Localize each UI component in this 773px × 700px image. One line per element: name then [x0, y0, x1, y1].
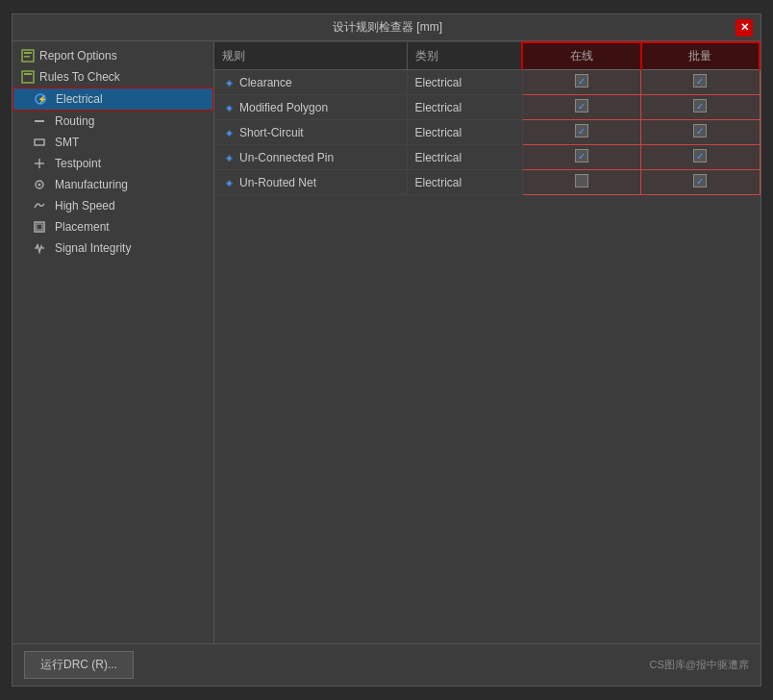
sidebar-icon-high-speed — [32, 198, 47, 213]
col-header-rule: 规则 — [214, 42, 407, 70]
rule-icon: ◈ — [222, 101, 236, 114]
category-cell: Electrical — [407, 95, 522, 120]
online-checkbox[interactable] — [575, 99, 588, 112]
content-area: Report OptionsRules To Check⚡ElectricalR… — [12, 41, 761, 643]
category-cell: Electrical — [407, 120, 522, 145]
sidebar-item-rules-to-check[interactable]: Rules To Check — [12, 66, 213, 88]
sidebar-item-placement[interactable]: Placement — [12, 216, 213, 238]
sidebar-icon-smt — [32, 135, 47, 150]
sidebar-item-electrical[interactable]: ⚡Electrical — [12, 88, 213, 111]
col-header-batch: 批量 — [641, 42, 761, 70]
table-row: ◈Modified PolygonElectrical — [214, 95, 760, 120]
rule-name-cell: ◈Un-Routed Net — [214, 170, 407, 195]
svg-rect-2 — [24, 56, 30, 58]
sidebar-item-testpoint[interactable]: Testpoint — [12, 153, 213, 174]
sidebar-item-high-speed[interactable]: High Speed — [12, 195, 213, 216]
svg-text:⚡: ⚡ — [37, 94, 47, 104]
sidebar-label-placement: Placement — [51, 220, 110, 234]
rule-icon: ◈ — [222, 176, 236, 189]
rule-name-cell: ◈Un-Connected Pin — [214, 145, 407, 170]
sidebar-icon-signal-integrity — [32, 240, 47, 256]
title-bar: 设计规则检查器 [mm] ✕ — [12, 14, 761, 41]
sidebar-item-routing[interactable]: Routing — [12, 111, 213, 132]
online-checkbox[interactable] — [575, 174, 588, 188]
sidebar-label-routing: Routing — [51, 114, 94, 128]
table-row: ◈Short-CircuitElectrical — [214, 120, 760, 145]
close-button[interactable]: ✕ — [736, 19, 753, 37]
category-cell: Electrical — [407, 170, 522, 195]
sidebar-icon-routing — [32, 113, 47, 129]
sidebar-icon-manufacturing — [32, 177, 47, 192]
rules-table-container: 规则 类别 在线 批量 — [214, 41, 761, 643]
sidebar-label-electrical: Electrical — [52, 92, 103, 106]
sidebar-label-manufacturing: Manufacturing — [51, 178, 128, 191]
batch-checkbox[interactable] — [693, 174, 707, 188]
rule-name: Short-Circuit — [239, 126, 304, 139]
main-panel: 规则 类别 在线 批量 — [214, 41, 761, 643]
online-checkbox[interactable] — [575, 149, 588, 162]
online-cell[interactable] — [522, 70, 641, 95]
table-row: ◈Un-Routed NetElectrical — [214, 170, 760, 195]
sidebar-icon-report-options — [20, 48, 36, 63]
col-header-category: 类别 — [407, 42, 522, 70]
rule-name-cell: ◈Clearance — [214, 70, 407, 95]
sidebar-icon-testpoint — [32, 156, 47, 171]
table-row: ◈Un-Connected PinElectrical — [214, 145, 760, 170]
rule-name-cell: ◈Modified Polygon — [214, 95, 407, 120]
batch-checkbox[interactable] — [693, 74, 707, 88]
rule-name-cell: ◈Short-Circuit — [214, 120, 407, 145]
sidebar-item-smt[interactable]: SMT — [12, 132, 213, 153]
rule-icon: ◈ — [222, 151, 236, 164]
sidebar-label-high-speed: High Speed — [51, 199, 115, 212]
online-checkbox[interactable] — [575, 124, 588, 138]
svg-rect-1 — [24, 52, 32, 54]
sidebar-label-signal-integrity: Signal Integrity — [51, 241, 131, 255]
rule-name: Un-Connected Pin — [239, 151, 334, 164]
rule-name: Clearance — [239, 76, 292, 89]
batch-checkbox[interactable] — [693, 99, 707, 112]
online-cell[interactable] — [522, 95, 641, 120]
sidebar-label-report-options: Report Options — [39, 49, 117, 62]
window-title: 设计规则检查器 [mm] — [39, 19, 736, 36]
sidebar-icon-placement — [32, 219, 47, 235]
sidebar-item-report-options[interactable]: Report Options — [12, 45, 213, 66]
category-cell: Electrical — [407, 145, 522, 170]
sidebar-label-smt: SMT — [51, 136, 79, 149]
rules-table: 规则 类别 在线 批量 — [214, 41, 761, 195]
batch-cell[interactable] — [641, 70, 761, 95]
main-window: 设计规则检查器 [mm] ✕ Report OptionsRules To Ch… — [12, 13, 761, 687]
sidebar-icon-rules-to-check — [20, 69, 36, 85]
sidebar-label-testpoint: Testpoint — [51, 157, 101, 170]
online-cell[interactable] — [522, 120, 641, 145]
svg-rect-14 — [37, 224, 42, 230]
col-header-online: 在线 — [522, 42, 641, 70]
svg-rect-4 — [24, 73, 32, 75]
svg-rect-3 — [22, 71, 34, 83]
sidebar-item-signal-integrity[interactable]: Signal Integrity — [12, 238, 213, 259]
rule-name: Modified Polygon — [239, 101, 328, 114]
online-cell[interactable] — [522, 170, 641, 195]
sidebar-label-rules-to-check: Rules To Check — [39, 70, 120, 84]
svg-rect-8 — [35, 139, 44, 145]
run-drc-button[interactable]: 运行DRC (R)... — [24, 651, 134, 679]
batch-cell[interactable] — [641, 95, 761, 120]
sidebar-icon-electrical: ⚡ — [33, 91, 48, 107]
batch-checkbox[interactable] — [693, 124, 707, 138]
batch-cell[interactable] — [641, 145, 761, 170]
bottom-bar: 运行DRC (R)... CS图库@报中驱遭席 — [12, 643, 761, 686]
sidebar: Report OptionsRules To Check⚡ElectricalR… — [12, 41, 214, 643]
batch-checkbox[interactable] — [693, 149, 707, 162]
svg-point-12 — [38, 184, 41, 187]
rule-icon: ◈ — [222, 126, 236, 139]
rule-name: Un-Routed Net — [239, 176, 316, 189]
watermark: CS图库@报中驱遭席 — [650, 658, 749, 672]
sidebar-item-manufacturing[interactable]: Manufacturing — [12, 174, 213, 195]
rule-icon: ◈ — [222, 76, 236, 89]
batch-cell[interactable] — [641, 170, 761, 195]
table-row: ◈ClearanceElectrical — [214, 70, 760, 95]
batch-cell[interactable] — [641, 120, 761, 145]
category-cell: Electrical — [407, 70, 522, 95]
online-cell[interactable] — [522, 145, 641, 170]
online-checkbox[interactable] — [575, 74, 588, 88]
